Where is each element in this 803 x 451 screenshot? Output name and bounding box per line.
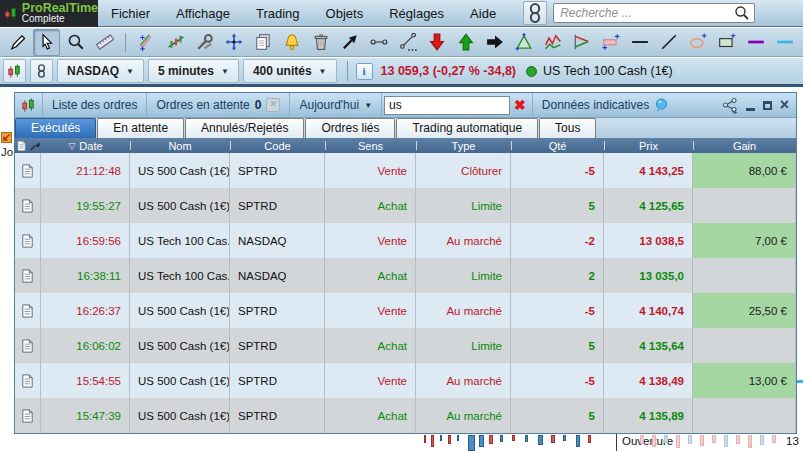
chevron-down-icon: ▼ [221,67,229,76]
cell-nom: US Tech 100 Cas... [130,258,230,293]
share-icon[interactable] [722,97,738,114]
table-row[interactable]: 19:55:27US 500 Cash (1€)SPTRDAchatLimite… [15,188,796,223]
document-icon[interactable] [20,233,35,249]
menu-fichier[interactable]: Fichier [98,0,163,27]
units-dropdown[interactable]: 400 unités ▼ [243,59,337,83]
menu-reglages[interactable]: Réglages [376,0,457,27]
global-search-input[interactable] [553,3,755,23]
tool-trend-lines[interactable] [133,29,160,56]
tool-polyline[interactable] [394,29,421,56]
tool-zoom[interactable] [62,29,89,56]
table-row[interactable]: 15:47:39US 500 Cash (1€)SPTRDAchatAu mar… [15,398,796,433]
chart-candle [431,435,434,447]
clear-filter-icon[interactable]: ✖ [510,98,530,112]
period-dropdown[interactable]: Aujourd'hui ▼ [290,93,382,117]
tool-pattern-lines[interactable] [162,29,189,56]
chart-candle [479,435,484,447]
cell-gain [693,328,796,363]
document-icon[interactable] [20,198,35,214]
symbol-dropdown[interactable]: NASDAQ ▼ [57,59,144,83]
column-header-nom[interactable]: Nom [130,138,230,153]
link-instrument-button[interactable] [30,59,53,83]
tool-cursor[interactable] [33,29,60,56]
tab-en-attente[interactable]: En attente [97,118,184,138]
wrench-icon[interactable] [29,140,40,152]
minimize-button[interactable] [746,108,755,111]
document-icon[interactable] [20,303,35,319]
table-row[interactable]: 16:26:37US 500 Cash (1€)SPTRDVenteAu mar… [15,293,796,328]
maximize-button[interactable] [763,101,772,110]
tool-copy[interactable] [249,29,276,56]
tab-executes[interactable]: Exécutés [15,118,96,138]
background-left-strip: Jo [0,88,14,451]
orders-filter-input[interactable] [385,98,509,112]
tab-ordres-lies[interactable]: Ordres liés [305,118,395,138]
window-menu-button[interactable] [15,93,43,117]
pending-orders-button[interactable]: Ordres en attente 0 ✕ [147,93,290,117]
close-button[interactable]: × [780,97,789,113]
document-icon[interactable] [16,140,27,152]
tool-arrow-up-right[interactable] [336,29,363,56]
cell-date: 16:59:56 [41,223,130,258]
tool-ellipse[interactable] [684,29,711,56]
table-row[interactable]: 15:54:55US 500 Cash (1€)SPTRDVenteAu mar… [15,363,796,398]
column-header-sens[interactable]: Sens [325,138,416,153]
document-icon[interactable] [20,268,35,284]
column-header-date[interactable]: ▽Date [41,138,130,153]
document-icon[interactable] [20,338,35,354]
column-header-label: Gain [733,140,756,152]
table-row[interactable]: 16:06:02US 500 Cash (1€)SPTRDAchatLimite… [15,328,796,363]
table-row[interactable]: 16:38:11US Tech 100 Cas...NASDAQAchatLim… [15,258,796,293]
menu-trading[interactable]: Trading [243,0,313,27]
document-icon[interactable] [20,408,35,424]
document-icon[interactable] [20,163,35,179]
tool-purple-line[interactable] [742,29,769,56]
tool-alert[interactable] [278,29,305,56]
column-header-type[interactable]: Type [416,138,511,153]
tool-cyan-line[interactable] [771,29,798,56]
link-windows-button[interactable] [523,1,547,25]
price-marker-line [797,380,803,383]
tab-annules-rejetes[interactable]: Annulés/Rejetés [185,118,304,138]
column-header-code[interactable]: Code [230,138,325,153]
menu-objets[interactable]: Objets [313,0,377,27]
tool-tools[interactable] [191,29,218,56]
zigzag-icon [544,33,562,51]
search-icon[interactable] [734,5,750,21]
column-header-label: Nom [168,140,191,152]
tools-icon [196,33,214,51]
cell-prix: 4 135,64 [604,328,693,363]
tool-move[interactable] [220,29,247,56]
tool-pencil[interactable] [4,29,31,56]
column-header-gain[interactable]: Gain [693,138,796,153]
tool-rectangle[interactable] [713,29,740,56]
tab-tous[interactable]: Tous [539,118,596,138]
cell-gain [693,188,796,223]
chart-candle [512,435,515,441]
tool-horizontal-line[interactable] [626,29,653,56]
tool-price-range[interactable] [597,29,624,56]
tool-triangle[interactable] [510,29,537,56]
chart-candle [538,435,543,445]
tool-arrow-up[interactable] [452,29,479,56]
tool-arrow-right[interactable] [481,29,508,56]
table-row[interactable]: 21:12:48US 500 Cash (1€)SPTRDVenteClôtur… [15,153,796,188]
tool-ruler[interactable] [91,29,118,56]
tool-arrow-down[interactable] [423,29,450,56]
info-icon[interactable]: i [356,63,373,80]
table-row[interactable]: 16:59:56US Tech 100 Cas...NASDAQVenteAu … [15,223,796,258]
menu-affichage[interactable]: Affichage [163,0,243,27]
tool-oblique-line[interactable] [655,29,682,56]
document-icon[interactable] [20,373,35,389]
cell-qte: 5 [511,398,604,433]
menu-aide[interactable]: Aide [457,0,509,27]
tool-segment[interactable] [365,29,392,56]
tab-trading-automatique[interactable]: Trading automatique [396,118,538,138]
tool-pennant[interactable] [568,29,595,56]
tool-trash[interactable] [307,29,334,56]
timeframe-dropdown[interactable]: 5 minutes ▼ [148,59,239,83]
column-header-qte[interactable]: Qté [511,138,604,153]
tool-zigzag[interactable] [539,29,566,56]
chart-style-button[interactable] [3,59,26,83]
column-header-prix[interactable]: Prix [604,138,693,153]
